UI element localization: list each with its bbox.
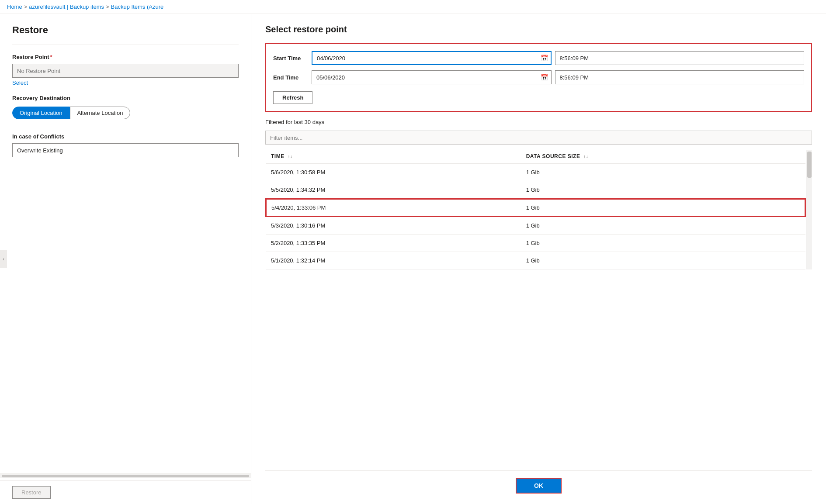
row-size: 1 Gib [521,163,805,181]
table-row[interactable]: 5/1/2020, 1:32:14 PM1 Gib [266,252,805,269]
conflicts-input[interactable] [12,143,239,157]
select-restore-point-panel: Select restore point Start Time 📅 End Ti… [251,14,826,504]
vertical-scrollbar[interactable] [806,150,812,269]
table-row[interactable]: 5/5/2020, 1:34:32 PM1 Gib [266,181,805,199]
time-sort-icon[interactable]: ↑↓ [288,154,293,159]
panel-title: Select restore point [265,24,812,35]
scrollbar-thumb [807,152,812,178]
end-date-wrapper: 📅 [312,70,552,84]
breadcrumb-items[interactable]: Backup Items (Azure [111,3,164,10]
breadcrumb-sep1: > [24,3,28,10]
start-time-input[interactable] [555,51,805,65]
row-size: 1 Gib [521,217,805,235]
restore-button-area: Restore [0,480,251,504]
divider1 [12,45,239,45]
col-time-header[interactable]: Time ↑↓ [266,150,521,163]
row-time: 5/1/2020, 1:32:14 PM [266,252,521,269]
restore-points-table-area[interactable]: Time ↑↓ DATA SOURCE SIZE ↑↓ 5/6/2020, 1:… [265,150,806,269]
table-scroll-area: Time ↑↓ DATA SOURCE SIZE ↑↓ 5/6/2020, 1:… [265,150,812,269]
restore-panel: Restore Restore Point* Select Recovery D… [0,14,251,504]
row-time: 5/5/2020, 1:34:32 PM [266,181,521,199]
breadcrumb-vault[interactable]: azurefilesvault | Backup items [29,3,104,10]
row-size: 1 Gib [521,235,805,252]
bottom-bar: OK [265,470,812,494]
end-time-label: End Time [273,74,308,81]
original-location-btn[interactable]: Original Location [12,107,70,119]
size-sort-icon[interactable]: ↑↓ [583,154,588,159]
filter-box: Start Time 📅 End Time 📅 Refresh [265,43,812,112]
row-time: 5/4/2020, 1:33:06 PM [266,199,521,217]
row-time: 5/6/2020, 1:30:58 PM [266,163,521,181]
start-date-wrapper: 📅 [312,51,552,65]
end-time-row: End Time 📅 [273,70,804,84]
restore-point-input[interactable] [12,64,239,78]
table-body: 5/6/2020, 1:30:58 PM1 Gib5/5/2020, 1:34:… [266,163,805,269]
alternate-location-btn[interactable]: Alternate Location [70,107,131,119]
table-header-row: Time ↑↓ DATA SOURCE SIZE ↑↓ [266,150,805,163]
refresh-button[interactable]: Refresh [273,91,312,104]
bottom-scrollbar[interactable] [0,473,251,478]
filter-input-wrapper [265,131,812,145]
end-date-input[interactable] [312,70,552,84]
recovery-destination-label: Recovery Destination [12,95,239,101]
row-size: 1 Gib [521,199,805,217]
restore-points-table: Time ↑↓ DATA SOURCE SIZE ↑↓ 5/6/2020, 1:… [265,150,806,269]
scrollbar-track [2,475,249,477]
col-size-header[interactable]: DATA SOURCE SIZE ↑↓ [521,150,805,163]
start-time-label: Start Time [273,55,308,62]
nav-arrow-left[interactable]: ‹ [0,250,7,268]
conflicts-label: In case of Conflicts [12,133,239,140]
table-container: Time ↑↓ DATA SOURCE SIZE ↑↓ 5/6/2020, 1:… [265,150,812,467]
select-link[interactable]: Select [12,79,28,86]
required-star: * [50,54,52,60]
filter-info: Filtered for last 30 days [265,119,812,125]
restore-title: Restore [12,24,239,36]
table-row[interactable]: 5/3/2020, 1:30:16 PM1 Gib [266,217,805,235]
restore-button[interactable]: Restore [12,486,51,499]
breadcrumb: Home > azurefilesvault | Backup items > … [0,0,826,14]
location-buttons: Original Location Alternate Location [12,107,239,119]
table-row[interactable]: 5/2/2020, 1:33:35 PM1 Gib [266,235,805,252]
row-time: 5/2/2020, 1:33:35 PM [266,235,521,252]
table-row[interactable]: 5/6/2020, 1:30:58 PM1 Gib [266,163,805,181]
restore-point-label: Restore Point* [12,54,239,60]
conflicts-section: In case of Conflicts [12,133,239,157]
filter-input[interactable] [265,131,812,145]
row-time: 5/3/2020, 1:30:16 PM [266,217,521,235]
start-time-row: Start Time 📅 [273,51,804,65]
end-time-input[interactable] [555,70,805,84]
row-size: 1 Gib [521,181,805,199]
start-date-input[interactable] [312,51,552,65]
table-row[interactable]: 5/4/2020, 1:33:06 PM1 Gib [266,199,805,217]
ok-button[interactable]: OK [516,478,562,494]
restore-point-section: Restore Point* Select [12,54,239,86]
breadcrumb-home[interactable]: Home [7,3,22,10]
row-size: 1 Gib [521,252,805,269]
breadcrumb-sep2: > [106,3,109,10]
